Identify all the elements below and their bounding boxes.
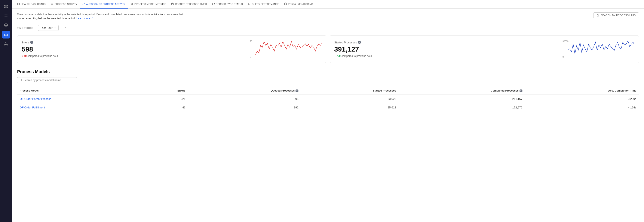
errors-help-icon[interactable]: ? xyxy=(30,41,33,44)
table-row: OF Order Parent Process 221 95 63,023 21… xyxy=(17,94,639,103)
cell-completed-processes: 172,976 xyxy=(398,103,525,112)
svg-line-28 xyxy=(598,16,599,16)
tab-portal-monitoring[interactable]: PORTAL MONITORING xyxy=(282,0,316,8)
errors-change: ↓ 40 compared to previous hour xyxy=(22,54,58,58)
tab-record-sync-status[interactable]: RECORD SYNC STATUS xyxy=(210,0,246,8)
svg-text:0: 0 xyxy=(250,56,251,58)
tab-health-dashboard[interactable]: HEALTH DASHBOARD xyxy=(14,0,48,8)
sidebar-icon-robot[interactable] xyxy=(2,31,10,38)
col-errors: Errors xyxy=(143,87,188,95)
learn-more-link[interactable]: Learn more ↗ xyxy=(76,17,93,20)
started-processes-help-icon[interactable]: ? xyxy=(358,41,361,44)
time-period-select[interactable]: Last Hour xyxy=(38,25,58,31)
sidebar-icon-rocket[interactable] xyxy=(2,22,10,29)
errors-value: 598 xyxy=(22,45,58,53)
tab-query-performance[interactable]: QUERY PERFORMANCE xyxy=(246,0,282,8)
svg-point-27 xyxy=(597,14,599,16)
process-model-link[interactable]: OF Order Fulfillment xyxy=(17,103,143,112)
cell-avg-completion-time: 4.124s xyxy=(525,103,639,112)
svg-line-24 xyxy=(250,4,250,5)
svg-rect-12 xyxy=(18,3,18,4)
started-processes-change-arrow: ↑ xyxy=(334,54,336,58)
content-area: View process models that have activity i… xyxy=(12,8,644,222)
svg-rect-2 xyxy=(4,7,6,8)
tab-autoscaled-process-activity[interactable]: AUTOSCALED PROCESS ACTIVITY xyxy=(80,0,128,8)
tab-process-model-metrics[interactable]: PROCESS MODEL METRICS xyxy=(128,0,168,8)
errors-change-arrow: ↓ xyxy=(22,54,23,58)
process-model-link[interactable]: OF Order Parent Process xyxy=(17,94,143,103)
started-processes-chart: 32000 0 xyxy=(562,40,634,59)
process-model-search-wrap[interactable] xyxy=(17,77,77,83)
tab-record-response-times[interactable]: RECORD RESPONSE TIMES xyxy=(168,0,209,8)
svg-rect-19 xyxy=(131,4,131,5)
col-started-processes: Started Processes xyxy=(301,87,398,95)
sidebar-icon-list[interactable] xyxy=(2,12,10,20)
table-body: OF Order Parent Process 221 95 63,023 21… xyxy=(17,94,639,112)
svg-line-34 xyxy=(22,81,22,81)
col-queued-processes: Queued Processes ? xyxy=(188,87,301,95)
top-nav: HEALTH DASHBOARD PROCESS ACTIVITY AUTOSC… xyxy=(12,0,644,8)
process-models-table: Process Model Errors Queued Processes ? … xyxy=(17,87,639,112)
col-avg-completion-time: Avg. Completion Time xyxy=(525,87,639,95)
svg-rect-13 xyxy=(19,3,20,4)
cell-errors: 221 xyxy=(143,94,188,103)
tab-process-activity[interactable]: PROCESS ACTIVITY xyxy=(48,0,80,8)
cell-completed-processes: 211,157 xyxy=(398,94,525,103)
main-content: HEALTH DASHBOARD PROCESS ACTIVITY AUTOSC… xyxy=(12,0,644,222)
started-processes-label: Started Processes ? xyxy=(334,41,372,44)
started-processes-info: Started Processes ? 391,127 ↑ 760 compar… xyxy=(334,41,372,58)
svg-rect-20 xyxy=(132,4,132,5)
col-process-model: Process Model xyxy=(17,87,143,95)
cell-errors: 46 xyxy=(143,103,188,112)
table-row: OF Order Fulfillment 46 192 25,612 172,9… xyxy=(17,103,639,112)
process-model-search-input[interactable] xyxy=(24,79,75,82)
started-processes-card: Started Processes ? 391,127 ↑ 760 compar… xyxy=(330,36,639,63)
errors-card: Errors ? 598 ↓ 40 compared to previous h… xyxy=(17,36,326,63)
svg-point-10 xyxy=(6,35,7,35)
completed-processes-help-icon[interactable]: ? xyxy=(520,90,522,92)
cell-avg-completion-time: 3.239s xyxy=(525,94,639,103)
svg-rect-21 xyxy=(132,3,133,5)
svg-text:32000: 32000 xyxy=(562,40,568,42)
cell-started-processes: 25,612 xyxy=(301,103,398,112)
started-processes-value: 391,127 xyxy=(334,45,372,53)
col-completed-processes: Completed Processes ? xyxy=(398,87,525,95)
search-uuid-button[interactable]: SEARCH BY PROCESS UUID xyxy=(593,12,639,18)
cell-started-processes: 63,023 xyxy=(301,94,398,103)
svg-point-23 xyxy=(248,3,250,5)
time-period-label: TIME PERIOD xyxy=(17,27,34,29)
header-description: View process models that have activity i… xyxy=(17,12,184,20)
started-processes-change: ↑ 760 compared to previous hour xyxy=(334,54,372,58)
svg-rect-3 xyxy=(6,7,8,8)
header-row: View process models that have activity i… xyxy=(17,12,639,20)
time-period-row: TIME PERIOD Last Hour xyxy=(17,25,639,31)
svg-rect-14 xyxy=(18,4,18,5)
sidebar xyxy=(0,0,12,222)
stats-row: Errors ? 598 ↓ 40 compared to previous h… xyxy=(17,36,639,63)
cell-queued-processes: 192 xyxy=(188,103,301,112)
svg-rect-1 xyxy=(6,5,8,6)
process-models-title: Process Models xyxy=(17,69,639,74)
errors-label: Errors ? xyxy=(22,41,58,44)
svg-point-11 xyxy=(5,42,6,44)
svg-text:20: 20 xyxy=(250,40,252,42)
time-period-divider xyxy=(36,26,36,30)
refresh-button[interactable] xyxy=(61,25,67,31)
svg-point-9 xyxy=(5,35,6,35)
cell-queued-processes: 95 xyxy=(188,94,301,103)
svg-point-8 xyxy=(6,33,6,33)
queued-processes-help-icon[interactable]: ? xyxy=(296,90,298,92)
errors-chart: 20 0 xyxy=(249,40,322,59)
svg-point-33 xyxy=(20,79,22,81)
errors-info: Errors ? 598 ↓ 40 compared to previous h… xyxy=(22,41,58,58)
svg-rect-15 xyxy=(19,4,20,5)
sidebar-icon-grid[interactable] xyxy=(2,2,10,10)
table-header-row: Process Model Errors Queued Processes ? … xyxy=(17,87,639,95)
svg-text:0: 0 xyxy=(562,56,564,58)
sidebar-icon-users[interactable] xyxy=(2,40,10,48)
svg-rect-0 xyxy=(4,5,6,6)
